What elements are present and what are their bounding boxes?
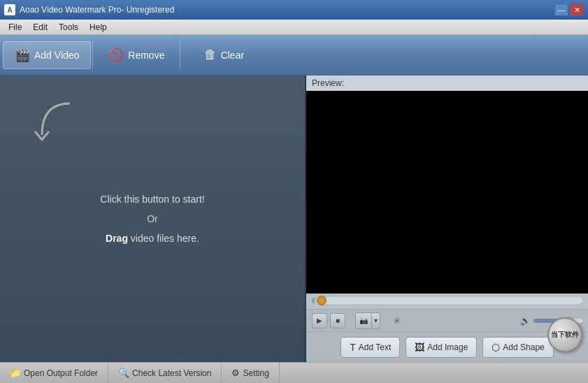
remove-label: Remove [128,50,164,61]
play-button[interactable]: ▶ [312,313,327,328]
volume-icon: 🔊 [520,316,531,326]
shape-icon: ⬡ [492,342,500,353]
stop-button[interactable]: ■ [330,313,345,328]
gear-icon: ⚙ [231,368,240,378]
clear-icon: 🗑 [204,48,217,62]
title-controls: — ✕ [554,3,584,16]
add-image-button[interactable]: 🖼 Add Image [406,337,477,358]
add-shape-label: Add Shape [503,342,544,352]
hint-or: Or [100,209,204,229]
camera-button-group[interactable]: 📷 ▾ [355,312,380,329]
check-version-label: Check Latest Version [132,368,211,378]
hint-click: Click this button to start! [100,189,204,209]
watermark-area: T Add Text 🖼 Add Image ⬡ Add Shape 当下软件 [306,331,588,362]
menu-tools[interactable]: Tools [53,21,84,34]
preview-label: Preview: [306,75,588,91]
play-icon: ▶ [317,317,322,324]
add-image-label: Add Image [427,342,468,352]
toolbar-separator-1 [92,41,93,69]
image-icon: 🖼 [415,342,424,353]
remove-icon: 🚫 [108,48,124,63]
left-panel[interactable]: Click this button to start! Or Drag vide… [0,75,306,362]
check-version-button[interactable]: 🔍 Check Latest Version [108,363,222,383]
clear-button[interactable]: 🗑 Clear [182,42,266,68]
stop-icon: ■ [336,317,340,324]
camera-dropdown[interactable]: ▾ [371,313,380,328]
hint-drag: Drag video files here. [100,229,204,248]
preview-slider-area [306,294,588,309]
drag-bold: Drag [106,233,128,244]
add-text-label: Add Text [359,342,391,352]
drag-hint: Click this button to start! Or Drag vide… [100,189,204,248]
open-folder-button[interactable]: 📁 Open Output Folder [0,363,108,383]
add-text-button[interactable]: T Add Text [340,337,400,358]
asterisk-button[interactable]: ✳ [390,315,404,326]
arrow-svg [28,96,84,152]
main-content: Click this button to start! Or Drag vide… [0,75,588,362]
status-bar: 📁 Open Output Folder 🔍 Check Latest Vers… [0,362,588,383]
title-bar: A Aoao Video Watermark Pro- Unregistered… [0,0,588,20]
timeline-slider[interactable] [312,297,582,304]
close-button[interactable]: ✕ [570,3,584,16]
drag-arrow [28,96,84,154]
setting-label: Setting [243,368,268,378]
camera-icon: 📷 [359,317,368,324]
add-video-label: Add Video [34,50,79,61]
add-shape-button[interactable]: ⬡ Add Shape [482,337,553,358]
minimize-button[interactable]: — [554,3,568,16]
app-icon: A [4,4,15,15]
menu-help[interactable]: Help [84,21,113,34]
menu-edit[interactable]: Edit [27,21,53,34]
preview-screen [306,91,588,294]
camera-button[interactable]: 📷 [356,313,371,328]
toolbar-separator-2 [180,41,180,69]
title-bar-left: A Aoao Video Watermark Pro- Unregistered [4,4,174,15]
dropdown-icon: ▾ [374,317,378,324]
title-text: Aoao Video Watermark Pro- Unregistered [20,5,174,15]
drag-rest: video files here. [128,233,199,244]
run-badge: 当下软件 [547,317,582,352]
playback-controls: ▶ ■ 📷 ▾ ✳ 🔊 [306,309,588,331]
run-circle: 当下软件 [547,317,582,352]
toolbar: 🎬 Add Video 🚫 Remove 🗑 Clear [0,35,588,75]
run-text: 当下软件 [551,330,579,340]
add-video-button[interactable]: 🎬 Add Video [3,41,91,69]
folder-icon: 📁 [10,368,21,378]
remove-button[interactable]: 🚫 Remove [94,42,178,68]
search-icon: 🔍 [118,368,129,378]
open-folder-label: Open Output Folder [24,368,98,378]
menu-file[interactable]: File [3,21,27,34]
menu-bar: File Edit Tools Help [0,20,588,35]
text-icon: T [350,342,356,353]
add-video-icon: 🎬 [15,48,30,63]
clear-label: Clear [221,50,244,61]
right-panel: Preview: ▶ ■ 📷 ▾ ✳ [306,75,588,362]
setting-button[interactable]: ⚙ Setting [222,363,279,383]
